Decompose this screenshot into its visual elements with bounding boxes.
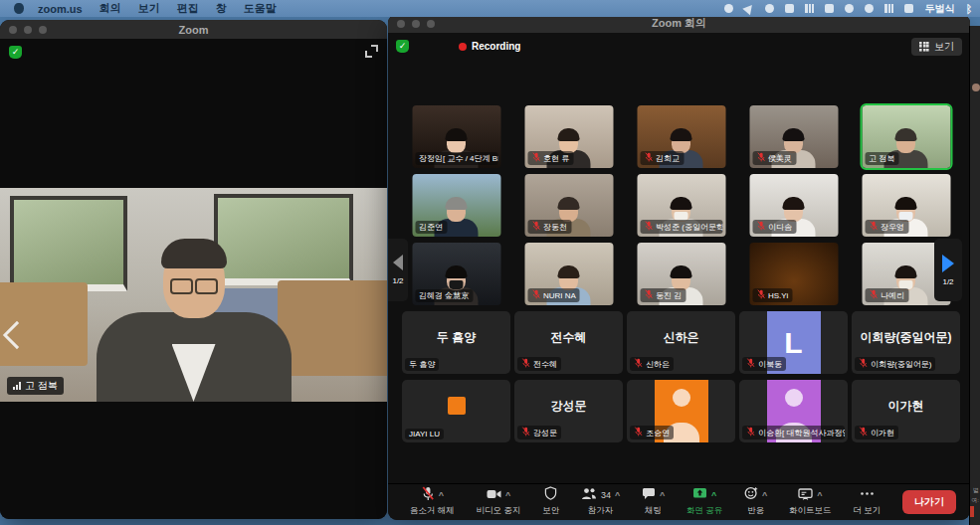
chevron-up-icon[interactable]: ^ (615, 491, 620, 499)
participant-video: 박성준 (중일어문학과) (637, 174, 725, 237)
toolbar-reactions-top: ^ (744, 488, 767, 503)
people-icon[interactable] (884, 4, 893, 13)
participant-name: 조승연 (646, 428, 670, 438)
menubar-menu-4[interactable]: 도움말 (244, 1, 277, 16)
participant-tile[interactable]: 장동천 (514, 174, 623, 237)
participant-name: 장우영 (881, 222, 904, 233)
participant-name-badge: 장정임[ 교수 / 4단계 BK21... (415, 152, 497, 165)
gallery-grid-icon (919, 42, 929, 52)
participant-tile[interactable]: 전수혜전수혜 (514, 311, 623, 374)
participant-name: 이북동 (758, 359, 782, 370)
toolbar-reactions[interactable]: ^반응 (744, 488, 767, 517)
chevron-up-icon[interactable]: ^ (439, 491, 444, 499)
toolbar-chat-label: 채팅 (645, 505, 662, 517)
participant-name: 전수혜 (533, 359, 557, 370)
participant-video: 장우영 (862, 174, 950, 237)
menubar-menu-2[interactable]: 편집 (177, 1, 199, 16)
recording-indicator[interactable]: Recording (459, 41, 520, 52)
participant-tile[interactable]: 박성준 (중일어문학과) (627, 174, 735, 237)
muted-mic-icon (644, 152, 653, 164)
participant-tile[interactable]: JIAYI LU (402, 380, 510, 442)
chevron-up-icon[interactable]: ^ (711, 491, 716, 499)
encryption-shield-icon[interactable]: ✓ (9, 46, 22, 59)
menu-bar: zoom.us 회의보기편집창도움말 두벌식ᛒ (0, 0, 980, 17)
participant-tile[interactable]: 侯美灵 (739, 105, 848, 168)
gallery-next-page[interactable]: 1/2 (934, 239, 962, 301)
participant-name: 동진 김 (656, 290, 682, 301)
input-source-icon[interactable] (904, 4, 913, 13)
speaker-name-badge: 고 점복 (7, 377, 64, 395)
toolbar-stop-video[interactable]: ^비디오 중지 (477, 488, 521, 517)
input-source-label: 두벌식 (924, 2, 954, 16)
chevron-up-icon[interactable]: ^ (505, 491, 510, 499)
sync-icon[interactable] (805, 4, 814, 13)
menubar-menu-1[interactable]: 보기 (138, 1, 160, 16)
participant-tile[interactable]: 강성문강성문 (514, 380, 623, 442)
toolbar-whiteboard[interactable]: ^화이트보드 (789, 488, 832, 517)
toolbar-participants[interactable]: 34^참가자 (581, 488, 620, 517)
focus-mode-icon[interactable] (724, 4, 733, 13)
toolbar-more[interactable]: 더 보기 (853, 488, 881, 517)
person-hair (558, 197, 580, 210)
muted-mic-icon (634, 427, 643, 438)
meeting-app-icon[interactable] (845, 4, 854, 13)
participant-tile[interactable]: 동진 김 (627, 243, 735, 305)
fullscreen-icon[interactable] (365, 45, 378, 58)
participant-tile[interactable]: 조승연 (627, 380, 735, 442)
active-speaker-video[interactable]: 고 점복 (0, 188, 387, 402)
participant-tile[interactable]: 이희량(중일어문)이희량(중일어문) (852, 311, 960, 374)
background-window-sliver[interactable]: 별 여: (969, 26, 980, 525)
participant-tile[interactable]: 김희교 (627, 105, 735, 168)
notification-icon[interactable] (865, 4, 874, 13)
participant-tile[interactable]: 장우영 (852, 174, 960, 237)
person-hair (783, 128, 805, 141)
participant-tile[interactable]: 이가현이가현 (852, 380, 960, 442)
screenshot-icon[interactable] (785, 4, 794, 13)
bookmark-icon[interactable] (825, 4, 834, 13)
screen-record-icon[interactable] (765, 4, 774, 13)
toolbar-unmute-top: ^ (421, 488, 444, 503)
furniture (278, 280, 387, 376)
participant-tile[interactable]: 이승환[ 대학원석사과정영구… (739, 380, 848, 442)
leave-button[interactable]: 나가기 (902, 490, 956, 514)
person-hair (783, 197, 805, 210)
menubar-app-name[interactable]: zoom.us (38, 3, 83, 15)
gallery-prev-page[interactable]: 1/2 (388, 239, 408, 301)
chevron-up-icon[interactable]: ^ (660, 491, 665, 499)
participant-tile[interactable]: 김준연 (402, 174, 510, 237)
toolbar-unmute[interactable]: ^음소거 해제 (410, 488, 455, 517)
audio-signal-icon (13, 382, 21, 390)
menubar-menu-0[interactable]: 회의 (99, 1, 121, 16)
location-icon[interactable] (743, 2, 756, 15)
bluetooth-icon[interactable]: ᛒ (965, 3, 972, 15)
participant-tile[interactable]: 장정임[ 교수 / 4단계 BK21... (402, 105, 510, 168)
participant-tile[interactable]: 신하은신하은 (627, 311, 735, 374)
toolbar-share-screen[interactable]: ^화면 공유 (686, 488, 722, 517)
toolbar-reactions-label: 반응 (747, 505, 764, 517)
face-mask (450, 280, 464, 289)
toolbar-share-screen-top: ^ (692, 488, 716, 503)
participant-video: NURI NA (524, 243, 613, 305)
participant-tile[interactable]: 고 점복 (852, 105, 960, 168)
participant-tile[interactable]: L이북동 (739, 311, 848, 374)
muted-mic-icon (756, 289, 765, 301)
participant-name: 신하은 (646, 359, 670, 370)
menubar-menu-3[interactable]: 창 (216, 1, 227, 16)
chevron-up-icon[interactable]: ^ (817, 491, 822, 499)
toolbar-security[interactable]: 보안 (542, 488, 559, 517)
view-button[interactable]: 보기 (911, 38, 962, 56)
participant-tile[interactable]: 두 흠양두 흠양 (402, 311, 510, 374)
participant-name-badge: 박성준 (중일어문학과) (640, 220, 722, 234)
left-titlebar[interactable]: Zoom (0, 20, 387, 39)
participant-tile[interactable]: 김혜경 金慧京 (402, 243, 510, 305)
encryption-shield-icon[interactable]: ✓ (396, 40, 409, 53)
chevron-up-icon[interactable]: ^ (762, 491, 767, 499)
toolbar-chat[interactable]: ^채팅 (642, 488, 665, 517)
participant-tile[interactable]: NURI NA (514, 243, 623, 305)
participant-tile[interactable]: HS.Yi (739, 243, 848, 305)
participant-tile[interactable]: 호현 류 (514, 105, 623, 168)
participant-tile[interactable]: 이다솜 (739, 174, 848, 237)
apple-menu-icon[interactable] (14, 3, 24, 14)
participant-name-badge: 조승연 (630, 426, 674, 439)
window-pane (214, 194, 353, 285)
